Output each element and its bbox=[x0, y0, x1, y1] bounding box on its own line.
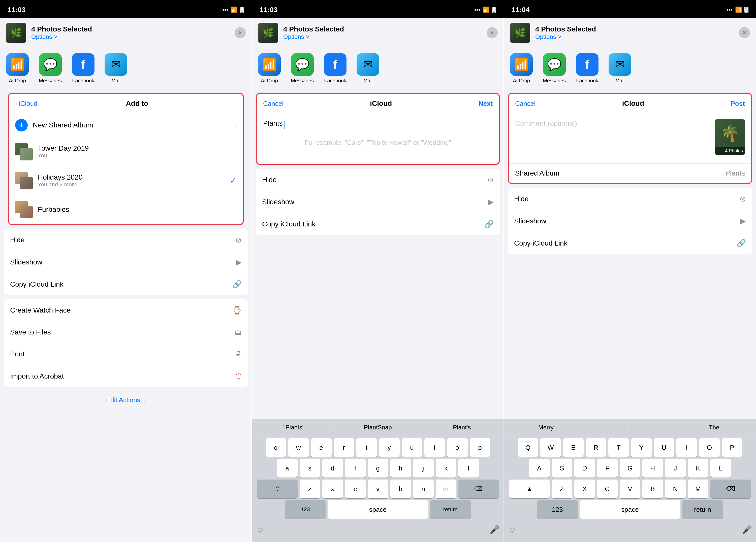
print-action[interactable]: Print 🖨 bbox=[4, 343, 248, 365]
numbers-key-2[interactable]: 123 bbox=[285, 500, 326, 519]
suggestion-merry[interactable]: Merry bbox=[504, 422, 588, 433]
key-p[interactable]: p bbox=[470, 438, 490, 457]
key-v[interactable]: v bbox=[368, 480, 388, 498]
key-E[interactable]: E bbox=[563, 438, 584, 457]
key-K[interactable]: K bbox=[688, 459, 708, 477]
return-key-3[interactable]: return bbox=[682, 500, 723, 519]
key-U[interactable]: U bbox=[654, 438, 674, 457]
key-f[interactable]: f bbox=[345, 459, 366, 477]
key-h[interactable]: h bbox=[390, 459, 411, 477]
create-watch-face-action[interactable]: Create Watch Face ⌚ bbox=[4, 299, 248, 321]
suggestion-the[interactable]: The bbox=[672, 422, 756, 433]
key-u[interactable]: u bbox=[402, 438, 422, 457]
holidays-album-item[interactable]: Holidays 2020 You and 2 more ✓ bbox=[9, 166, 243, 195]
key-x[interactable]: x bbox=[322, 480, 343, 498]
share-app-airdrop-2[interactable]: 📶 AirDrop bbox=[258, 53, 281, 84]
tower-day-album-item[interactable]: Tower Day 2019 You bbox=[9, 137, 243, 166]
key-o[interactable]: o bbox=[447, 438, 468, 457]
key-T[interactable]: T bbox=[608, 438, 629, 457]
close-button-1[interactable]: × bbox=[235, 27, 246, 38]
slideshow-action-2[interactable]: Slideshow ▶ bbox=[256, 191, 500, 213]
key-F[interactable]: F bbox=[597, 459, 618, 477]
copy-icloud-link-action-3[interactable]: Copy iCloud Link 🔗 bbox=[508, 232, 752, 254]
share-options-3[interactable]: Options > bbox=[535, 33, 734, 40]
key-b[interactable]: b bbox=[390, 480, 411, 498]
share-app-messages[interactable]: 💬 Messages bbox=[39, 53, 62, 84]
key-a[interactable]: a bbox=[277, 459, 298, 477]
key-H[interactable]: H bbox=[642, 459, 663, 477]
microphone-icon-3[interactable]: 🎤 bbox=[742, 525, 752, 534]
space-key-3[interactable]: space bbox=[580, 500, 680, 519]
suggestion-plants-quoted[interactable]: "Plants" bbox=[252, 422, 336, 433]
key-q[interactable]: q bbox=[266, 438, 286, 457]
cancel-button-2[interactable]: Cancel bbox=[263, 100, 283, 108]
cancel-button-3[interactable]: Cancel bbox=[515, 100, 535, 108]
key-t[interactable]: t bbox=[356, 438, 377, 457]
emoji-icon-3[interactable]: ☺ bbox=[508, 525, 516, 534]
key-z[interactable]: z bbox=[300, 480, 320, 498]
copy-icloud-link-action[interactable]: Copy iCloud Link 🔗 bbox=[4, 273, 248, 295]
suggestion-plants-apostrophe[interactable]: Plant's bbox=[420, 422, 504, 433]
key-R[interactable]: R bbox=[586, 438, 606, 457]
emoji-icon-2[interactable]: ☺ bbox=[256, 525, 264, 534]
share-app-mail-2[interactable]: ✉ Mail bbox=[357, 53, 379, 84]
backspace-key-3[interactable]: ⌫ bbox=[710, 480, 751, 498]
key-P[interactable]: P bbox=[722, 438, 742, 457]
post-button-3[interactable]: Post bbox=[731, 100, 745, 108]
album-name-input-2[interactable]: Plants For example: "Cars", "Trip to Haw… bbox=[257, 113, 499, 164]
close-button-2[interactable]: × bbox=[487, 27, 498, 38]
key-A[interactable]: A bbox=[529, 459, 550, 477]
copy-icloud-link-action-2[interactable]: Copy iCloud Link 🔗 bbox=[256, 213, 500, 235]
backspace-key-2[interactable]: ⌫ bbox=[458, 480, 499, 498]
key-Y[interactable]: Y bbox=[631, 438, 652, 457]
microphone-icon-2[interactable]: 🎤 bbox=[490, 525, 500, 534]
key-g[interactable]: g bbox=[368, 459, 388, 477]
hide-action-2[interactable]: Hide ⊘ bbox=[256, 169, 500, 191]
key-G[interactable]: G bbox=[620, 459, 640, 477]
new-shared-album-item[interactable]: + New Shared Album › bbox=[9, 113, 243, 137]
suggestion-i[interactable]: I bbox=[588, 422, 672, 433]
key-j[interactable]: j bbox=[413, 459, 434, 477]
return-key-2[interactable]: return bbox=[430, 500, 471, 519]
share-app-facebook-2[interactable]: f Facebook bbox=[324, 53, 347, 84]
key-L[interactable]: L bbox=[710, 459, 731, 477]
key-n[interactable]: n bbox=[413, 480, 434, 498]
hide-action[interactable]: Hide ⊘ bbox=[4, 229, 248, 251]
share-options-1[interactable]: Options > bbox=[31, 33, 230, 40]
slideshow-action-3[interactable]: Slideshow ▶ bbox=[508, 210, 752, 232]
share-app-messages-2[interactable]: 💬 Messages bbox=[291, 53, 314, 84]
key-Z[interactable]: Z bbox=[552, 480, 572, 498]
share-options-2[interactable]: Options > bbox=[283, 33, 482, 40]
next-button-2[interactable]: Next bbox=[479, 100, 493, 108]
key-I[interactable]: I bbox=[676, 438, 697, 457]
key-k[interactable]: k bbox=[436, 459, 456, 477]
shift-key-2[interactable]: ⇧ bbox=[257, 480, 298, 498]
furbabies-album-item[interactable]: Furbabies bbox=[9, 195, 243, 224]
key-B[interactable]: B bbox=[642, 480, 663, 498]
key-O[interactable]: O bbox=[699, 438, 720, 457]
share-app-facebook[interactable]: f Facebook bbox=[72, 53, 95, 84]
key-m[interactable]: m bbox=[436, 480, 456, 498]
key-w[interactable]: w bbox=[288, 438, 309, 457]
hide-action-3[interactable]: Hide ⊘ bbox=[508, 188, 752, 210]
key-e[interactable]: e bbox=[311, 438, 332, 457]
key-D[interactable]: D bbox=[574, 459, 595, 477]
key-J[interactable]: J bbox=[665, 459, 686, 477]
space-key-2[interactable]: space bbox=[328, 500, 428, 519]
share-app-messages-3[interactable]: 💬 Messages bbox=[543, 53, 566, 84]
share-app-facebook-3[interactable]: f Facebook bbox=[576, 53, 599, 84]
key-i[interactable]: i bbox=[424, 438, 445, 457]
icloud-back-button[interactable]: ‹ iCloud bbox=[15, 100, 37, 108]
shift-key-3[interactable]: ▲ bbox=[509, 480, 550, 498]
numbers-key-3[interactable]: 123 bbox=[537, 500, 578, 519]
key-C[interactable]: C bbox=[597, 480, 618, 498]
slideshow-action[interactable]: Slideshow ▶ bbox=[4, 251, 248, 273]
key-s[interactable]: s bbox=[300, 459, 320, 477]
save-to-files-action[interactable]: Save to Files 🗂 bbox=[4, 321, 248, 343]
key-Q[interactable]: Q bbox=[518, 438, 538, 457]
key-r[interactable]: r bbox=[334, 438, 354, 457]
share-app-airdrop[interactable]: 📶 AirDrop bbox=[6, 53, 29, 84]
key-X[interactable]: X bbox=[574, 480, 595, 498]
suggestion-plantsnap[interactable]: PlantSnap bbox=[336, 422, 420, 433]
share-app-mail[interactable]: ✉ Mail bbox=[105, 53, 127, 84]
